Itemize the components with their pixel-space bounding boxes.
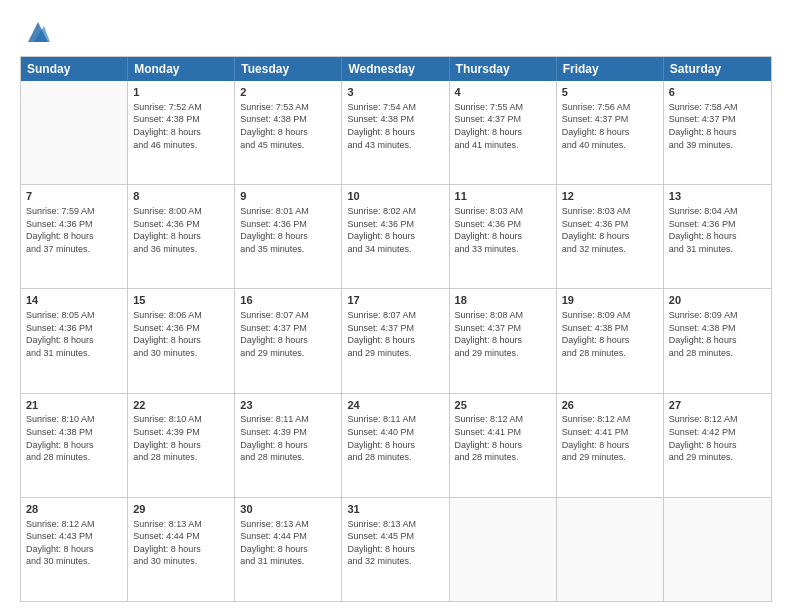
day-number: 17	[347, 293, 443, 308]
day-number: 1	[133, 85, 229, 100]
header	[20, 18, 772, 46]
cell-info: Sunrise: 8:02 AM Sunset: 4:36 PM Dayligh…	[347, 205, 443, 255]
day-number: 9	[240, 189, 336, 204]
cell-info: Sunrise: 7:53 AM Sunset: 4:38 PM Dayligh…	[240, 101, 336, 151]
cell-info: Sunrise: 8:05 AM Sunset: 4:36 PM Dayligh…	[26, 309, 122, 359]
calendar-cell: 25Sunrise: 8:12 AM Sunset: 4:41 PM Dayli…	[450, 394, 557, 497]
calendar-cell: 21Sunrise: 8:10 AM Sunset: 4:38 PM Dayli…	[21, 394, 128, 497]
cell-info: Sunrise: 8:12 AM Sunset: 4:41 PM Dayligh…	[455, 413, 551, 463]
calendar-cell: 8Sunrise: 8:00 AM Sunset: 4:36 PM Daylig…	[128, 185, 235, 288]
day-number: 7	[26, 189, 122, 204]
cell-info: Sunrise: 8:09 AM Sunset: 4:38 PM Dayligh…	[562, 309, 658, 359]
calendar-cell: 18Sunrise: 8:08 AM Sunset: 4:37 PM Dayli…	[450, 289, 557, 392]
cell-info: Sunrise: 8:06 AM Sunset: 4:36 PM Dayligh…	[133, 309, 229, 359]
calendar-cell: 22Sunrise: 8:10 AM Sunset: 4:39 PM Dayli…	[128, 394, 235, 497]
calendar-cell: 23Sunrise: 8:11 AM Sunset: 4:39 PM Dayli…	[235, 394, 342, 497]
calendar-cell: 30Sunrise: 8:13 AM Sunset: 4:44 PM Dayli…	[235, 498, 342, 601]
calendar-cell: 26Sunrise: 8:12 AM Sunset: 4:41 PM Dayli…	[557, 394, 664, 497]
logo	[20, 18, 52, 46]
calendar-body: 1Sunrise: 7:52 AM Sunset: 4:38 PM Daylig…	[21, 81, 771, 601]
day-number: 11	[455, 189, 551, 204]
cell-info: Sunrise: 8:12 AM Sunset: 4:41 PM Dayligh…	[562, 413, 658, 463]
cell-info: Sunrise: 8:00 AM Sunset: 4:36 PM Dayligh…	[133, 205, 229, 255]
day-number: 21	[26, 398, 122, 413]
calendar-cell: 13Sunrise: 8:04 AM Sunset: 4:36 PM Dayli…	[664, 185, 771, 288]
calendar-cell: 14Sunrise: 8:05 AM Sunset: 4:36 PM Dayli…	[21, 289, 128, 392]
cell-info: Sunrise: 8:12 AM Sunset: 4:42 PM Dayligh…	[669, 413, 766, 463]
cell-info: Sunrise: 7:55 AM Sunset: 4:37 PM Dayligh…	[455, 101, 551, 151]
day-number: 5	[562, 85, 658, 100]
calendar-row: 21Sunrise: 8:10 AM Sunset: 4:38 PM Dayli…	[21, 393, 771, 497]
calendar-cell: 12Sunrise: 8:03 AM Sunset: 4:36 PM Dayli…	[557, 185, 664, 288]
calendar-cell: 2Sunrise: 7:53 AM Sunset: 4:38 PM Daylig…	[235, 81, 342, 184]
day-number: 19	[562, 293, 658, 308]
day-number: 27	[669, 398, 766, 413]
day-number: 14	[26, 293, 122, 308]
calendar-cell: 3Sunrise: 7:54 AM Sunset: 4:38 PM Daylig…	[342, 81, 449, 184]
cell-info: Sunrise: 7:56 AM Sunset: 4:37 PM Dayligh…	[562, 101, 658, 151]
calendar-cell: 10Sunrise: 8:02 AM Sunset: 4:36 PM Dayli…	[342, 185, 449, 288]
cell-info: Sunrise: 8:13 AM Sunset: 4:44 PM Dayligh…	[133, 518, 229, 568]
cell-info: Sunrise: 8:04 AM Sunset: 4:36 PM Dayligh…	[669, 205, 766, 255]
calendar-cell: 29Sunrise: 8:13 AM Sunset: 4:44 PM Dayli…	[128, 498, 235, 601]
calendar-row: 1Sunrise: 7:52 AM Sunset: 4:38 PM Daylig…	[21, 81, 771, 184]
cell-info: Sunrise: 8:07 AM Sunset: 4:37 PM Dayligh…	[240, 309, 336, 359]
day-number: 16	[240, 293, 336, 308]
day-number: 28	[26, 502, 122, 517]
cell-info: Sunrise: 8:10 AM Sunset: 4:39 PM Dayligh…	[133, 413, 229, 463]
day-of-week-header: Sunday	[21, 57, 128, 81]
logo-icon	[24, 18, 52, 46]
day-number: 26	[562, 398, 658, 413]
day-of-week-header: Thursday	[450, 57, 557, 81]
calendar-cell: 20Sunrise: 8:09 AM Sunset: 4:38 PM Dayli…	[664, 289, 771, 392]
cell-info: Sunrise: 7:54 AM Sunset: 4:38 PM Dayligh…	[347, 101, 443, 151]
calendar-cell: 4Sunrise: 7:55 AM Sunset: 4:37 PM Daylig…	[450, 81, 557, 184]
calendar-cell: 7Sunrise: 7:59 AM Sunset: 4:36 PM Daylig…	[21, 185, 128, 288]
calendar-cell	[664, 498, 771, 601]
day-number: 13	[669, 189, 766, 204]
calendar-cell	[557, 498, 664, 601]
calendar-cell: 1Sunrise: 7:52 AM Sunset: 4:38 PM Daylig…	[128, 81, 235, 184]
day-number: 29	[133, 502, 229, 517]
day-number: 3	[347, 85, 443, 100]
calendar: SundayMondayTuesdayWednesdayThursdayFrid…	[20, 56, 772, 602]
calendar-cell: 28Sunrise: 8:12 AM Sunset: 4:43 PM Dayli…	[21, 498, 128, 601]
day-number: 22	[133, 398, 229, 413]
day-number: 8	[133, 189, 229, 204]
cell-info: Sunrise: 7:59 AM Sunset: 4:36 PM Dayligh…	[26, 205, 122, 255]
day-of-week-header: Friday	[557, 57, 664, 81]
cell-info: Sunrise: 7:58 AM Sunset: 4:37 PM Dayligh…	[669, 101, 766, 151]
cell-info: Sunrise: 7:52 AM Sunset: 4:38 PM Dayligh…	[133, 101, 229, 151]
cell-info: Sunrise: 8:12 AM Sunset: 4:43 PM Dayligh…	[26, 518, 122, 568]
cell-info: Sunrise: 8:08 AM Sunset: 4:37 PM Dayligh…	[455, 309, 551, 359]
day-of-week-header: Monday	[128, 57, 235, 81]
day-number: 20	[669, 293, 766, 308]
day-number: 24	[347, 398, 443, 413]
day-of-week-header: Saturday	[664, 57, 771, 81]
calendar-cell: 11Sunrise: 8:03 AM Sunset: 4:36 PM Dayli…	[450, 185, 557, 288]
cell-info: Sunrise: 8:11 AM Sunset: 4:39 PM Dayligh…	[240, 413, 336, 463]
calendar-cell	[21, 81, 128, 184]
day-of-week-header: Tuesday	[235, 57, 342, 81]
calendar-cell	[450, 498, 557, 601]
page: SundayMondayTuesdayWednesdayThursdayFrid…	[0, 0, 792, 612]
calendar-cell: 9Sunrise: 8:01 AM Sunset: 4:36 PM Daylig…	[235, 185, 342, 288]
calendar-row: 28Sunrise: 8:12 AM Sunset: 4:43 PM Dayli…	[21, 497, 771, 601]
calendar-cell: 31Sunrise: 8:13 AM Sunset: 4:45 PM Dayli…	[342, 498, 449, 601]
day-number: 12	[562, 189, 658, 204]
calendar-cell: 6Sunrise: 7:58 AM Sunset: 4:37 PM Daylig…	[664, 81, 771, 184]
cell-info: Sunrise: 8:11 AM Sunset: 4:40 PM Dayligh…	[347, 413, 443, 463]
calendar-cell: 16Sunrise: 8:07 AM Sunset: 4:37 PM Dayli…	[235, 289, 342, 392]
cell-info: Sunrise: 8:13 AM Sunset: 4:44 PM Dayligh…	[240, 518, 336, 568]
calendar-row: 7Sunrise: 7:59 AM Sunset: 4:36 PM Daylig…	[21, 184, 771, 288]
cell-info: Sunrise: 8:07 AM Sunset: 4:37 PM Dayligh…	[347, 309, 443, 359]
day-number: 31	[347, 502, 443, 517]
calendar-header: SundayMondayTuesdayWednesdayThursdayFrid…	[21, 57, 771, 81]
day-number: 10	[347, 189, 443, 204]
calendar-cell: 17Sunrise: 8:07 AM Sunset: 4:37 PM Dayli…	[342, 289, 449, 392]
day-number: 4	[455, 85, 551, 100]
calendar-cell: 19Sunrise: 8:09 AM Sunset: 4:38 PM Dayli…	[557, 289, 664, 392]
cell-info: Sunrise: 8:01 AM Sunset: 4:36 PM Dayligh…	[240, 205, 336, 255]
day-number: 18	[455, 293, 551, 308]
cell-info: Sunrise: 8:09 AM Sunset: 4:38 PM Dayligh…	[669, 309, 766, 359]
